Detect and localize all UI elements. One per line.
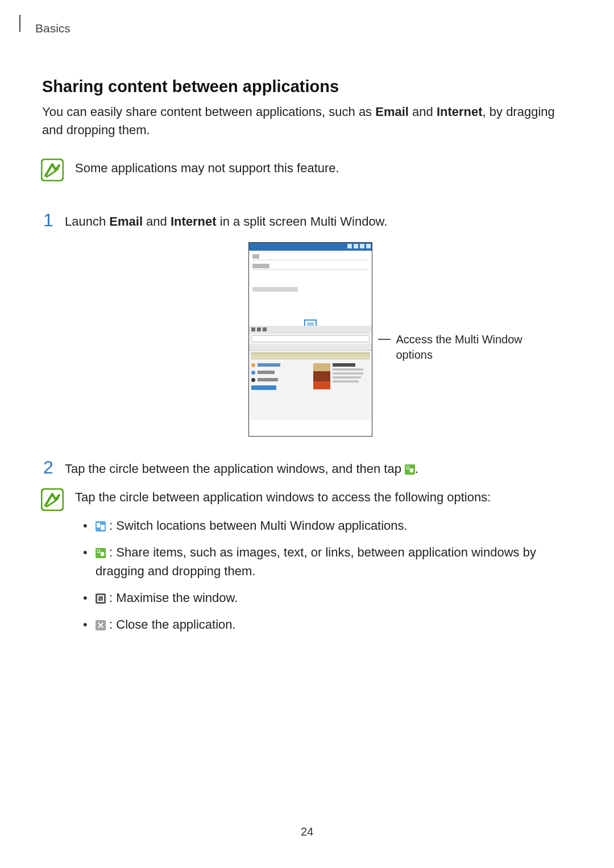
- figure: Access the Multi Window options: [248, 242, 372, 437]
- callout-leader-line: [378, 339, 391, 340]
- step-1-text-part: Launch: [65, 214, 109, 229]
- device-screenshot: [248, 242, 372, 437]
- options-body: Tap the circle between application windo…: [75, 488, 578, 642]
- steps-list: 1 Launch Email and Internet in a split s…: [42, 211, 578, 478]
- step-1-text-part: in a split screen Multi Window.: [217, 214, 388, 229]
- note-icon: [41, 488, 64, 511]
- section-heading: Sharing content between applications: [42, 77, 578, 96]
- intro-text-part: and: [409, 105, 437, 119]
- step-2: 2 Tap the circle between the application…: [42, 458, 578, 478]
- svg-rect-0: [42, 159, 63, 181]
- step-1-text: Launch Email and Internet in a split scr…: [65, 211, 387, 231]
- options-intro: Tap the circle between application windo…: [75, 488, 578, 506]
- note-support-text: Some applications may not support this f…: [75, 159, 339, 176]
- option-text: : Switch locations between Multi Window …: [106, 518, 408, 533]
- intro-bold-email: Email: [375, 105, 409, 119]
- switch-locations-icon: [96, 521, 106, 531]
- step-number: 2: [42, 458, 55, 476]
- options-list: : Switch locations between Multi Window …: [83, 516, 578, 634]
- maximise-icon: [96, 593, 106, 604]
- figure-wrap: Access the Multi Window options: [42, 242, 578, 437]
- breadcrumb: Basics: [35, 22, 70, 35]
- figure-callout: Access the Multi Window options: [396, 332, 544, 363]
- note-icon: [41, 159, 64, 181]
- option-text: : Close the application.: [106, 617, 236, 632]
- share-items-icon: [96, 548, 106, 558]
- option-share-items: : Share items, such as images, text, or …: [83, 543, 578, 580]
- device-internet-pane: [249, 326, 372, 420]
- status-icons: [347, 244, 371, 248]
- step-2-text: Tap the circle between the application w…: [65, 458, 418, 478]
- share-items-icon: [405, 464, 415, 475]
- option-switch-locations: : Switch locations between Multi Window …: [83, 516, 578, 535]
- step-1-text-part: and: [143, 214, 171, 229]
- option-maximise: : Maximise the window.: [83, 588, 578, 607]
- step-2-text-part: .: [415, 462, 418, 476]
- note-multiwindow-options: Tap the circle between application windo…: [41, 488, 578, 642]
- page: Basics Sharing content between applicati…: [0, 0, 614, 868]
- page-number: 24: [0, 825, 614, 838]
- option-text: : Share items, such as images, text, or …: [96, 545, 536, 578]
- option-close: : Close the application.: [83, 615, 578, 634]
- svg-rect-1: [42, 489, 63, 510]
- option-text: : Maximise the window.: [106, 591, 238, 605]
- intro-text-part: You can easily share content between app…: [42, 105, 375, 119]
- close-icon: [96, 620, 106, 630]
- note-support: Some applications may not support this f…: [41, 159, 578, 181]
- step-1-bold-email: Email: [109, 214, 143, 229]
- step-1: 1 Launch Email and Internet in a split s…: [42, 211, 578, 231]
- page-header: Basics: [19, 15, 578, 35]
- step-1-bold-internet: Internet: [171, 214, 217, 229]
- step-number: 1: [42, 211, 55, 229]
- section-intro: You can easily share content between app…: [42, 103, 578, 139]
- device-status-bar: [249, 243, 372, 251]
- step-2-text-part: Tap the circle between the application w…: [65, 462, 405, 476]
- device-email-pane: [249, 251, 372, 292]
- header-rule: [19, 15, 20, 32]
- intro-bold-internet: Internet: [437, 105, 483, 119]
